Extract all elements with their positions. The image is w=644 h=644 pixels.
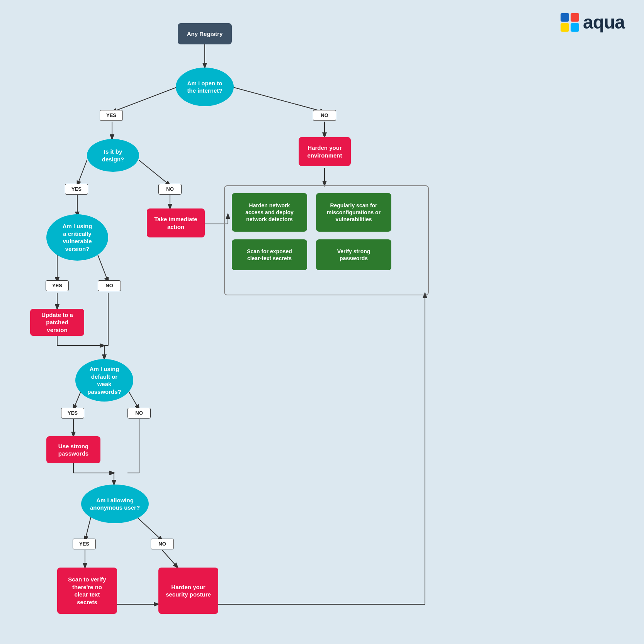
- svg-line-10: [77, 160, 87, 185]
- logo-text: aqua: [583, 12, 625, 33]
- strong-passwords-node: Use strong passwords: [46, 436, 100, 463]
- svg-line-11: [139, 160, 170, 185]
- svg-line-17: [98, 255, 108, 282]
- open-internet-node: Am I open to the internet?: [176, 68, 234, 106]
- no2-label: NO: [158, 184, 182, 195]
- harden-env-node: Harden your environment: [299, 137, 351, 166]
- scan-secrets-node: Scan to verify there're no clear text se…: [57, 568, 117, 614]
- take-action-node: Take immediate action: [147, 208, 205, 237]
- any-registry-node: Any Registry: [178, 23, 232, 44]
- svg-rect-2: [561, 23, 569, 32]
- default-passwords-node: Am I using default or weak passwords?: [75, 359, 133, 402]
- harden-network-node: Harden network access and deploy network…: [232, 193, 307, 232]
- yes3-label: YES: [46, 280, 69, 291]
- no5-label: NO: [151, 539, 174, 549]
- scan-misconfig-node: Regularly scan for misconfigurations or …: [316, 193, 391, 232]
- aqua-logo: aqua: [560, 12, 625, 33]
- scan-cleartext-node: Scan for exposed clear-text secrets: [232, 239, 307, 270]
- critical-version-node: Am I using a critically vulnerable versi…: [46, 214, 108, 261]
- arrows-layer: [0, 0, 644, 644]
- svg-line-5: [112, 87, 178, 112]
- svg-line-32: [85, 517, 91, 541]
- no4-label: NO: [127, 408, 151, 419]
- svg-line-33: [137, 517, 162, 541]
- yes5-label: YES: [73, 539, 96, 549]
- anonymous-user-node: Am I allowing anonymous user?: [81, 485, 149, 523]
- yes1-label: YES: [100, 110, 123, 121]
- svg-rect-1: [571, 13, 579, 22]
- by-design-node: Is it by design?: [87, 139, 139, 172]
- svg-line-6: [232, 87, 325, 112]
- svg-rect-0: [561, 13, 569, 22]
- svg-line-35: [162, 550, 178, 568]
- diagram-container: aqua: [0, 0, 644, 644]
- svg-rect-3: [571, 23, 579, 32]
- update-patched-node: Update to a patched version: [30, 309, 84, 336]
- no1-label: NO: [313, 110, 336, 121]
- no3-label: NO: [98, 280, 121, 291]
- yes2-label: YES: [65, 184, 88, 195]
- verify-passwords-node: Verify strong passwords: [316, 239, 391, 270]
- yes4-label: YES: [61, 408, 84, 419]
- harden-posture-node: Harden your security posture: [158, 568, 218, 614]
